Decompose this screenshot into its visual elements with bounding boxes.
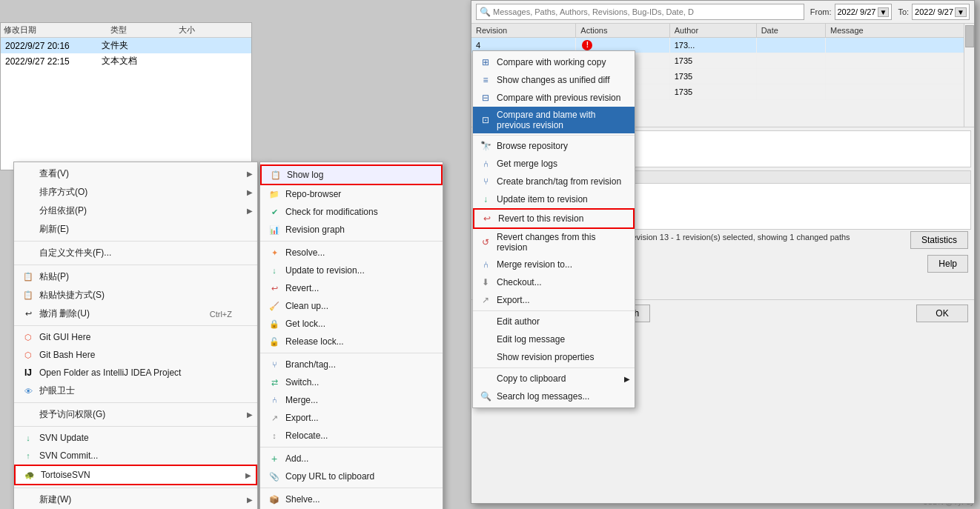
to-label: To: [898, 7, 909, 16]
ctx-git-bash[interactable]: ⬡ Git Bash Here [14, 346, 257, 364]
log-ctx-blame[interactable]: ⊡ Compare and blame with previous revisi… [473, 107, 635, 133]
col-size-header: 大小 [179, 24, 195, 36]
ctx-refresh[interactable]: 刷新(E) [14, 220, 257, 239]
log-table-header-row: Revision Actions Author Date Message [471, 24, 974, 38]
ctx-eye-guard[interactable]: 👁 护眼卫士 [14, 382, 257, 400]
search-icon: 🔍 [480, 7, 491, 17]
log-ctx-search-logs[interactable]: 🔍 Search log messages... [473, 387, 635, 405]
repo-browser-icon: 📁 [268, 188, 281, 200]
sep6 [14, 488, 257, 488]
log-ctx-edit-log[interactable]: Edit log message [473, 330, 635, 348]
undo-icon: ↩ [21, 308, 35, 320]
message-cell [826, 69, 974, 84]
log-ctx-merge-logs[interactable]: ⑃ Get merge logs [473, 155, 635, 173]
svn-switch[interactable]: ⇄ Switch... [260, 373, 443, 391]
merge-icon: ⑃ [268, 394, 281, 406]
cleanup-icon: 🧹 [268, 300, 281, 312]
ctx-group[interactable]: 分组依据(P) ▶ [14, 202, 257, 220]
log-ctx-browse-repo[interactable]: 🔭 Browse repository [473, 137, 635, 155]
to-date-box[interactable]: 2022/ 9/27 ▼ [912, 4, 970, 20]
svn-resolve[interactable]: ✦ Resolve... [260, 244, 443, 262]
message-cell [826, 84, 974, 100]
svn-relocate[interactable]: ↕ Relocate... [260, 427, 443, 445]
svn-get-lock[interactable]: 🔒 Get lock... [260, 315, 443, 333]
file-row-2[interactable]: 2022/9/27 22:15 文本文档 [1, 53, 251, 69]
col-revision-header: Revision [471, 24, 576, 38]
search-input[interactable] [493, 7, 801, 16]
ctx-access[interactable]: 授予访问权限(G) ▶ [14, 405, 257, 424]
svn-add[interactable]: + Add... [260, 450, 443, 468]
from-calendar-button[interactable]: ▼ [878, 7, 890, 17]
ctx-intellij[interactable]: IJ Open Folder as IntelliJ IDEA Project [14, 364, 257, 382]
from-date-value: 2022/ 9/27 [838, 7, 876, 16]
ctx-customize[interactable]: 自定义文件夹(F)... [14, 244, 257, 262]
sep4 [14, 402, 257, 403]
svn-merge[interactable]: ⑃ Merge... [260, 391, 443, 409]
svn-clean-up[interactable]: 🧹 Clean up... [260, 297, 443, 315]
log-ctx-revert-changes[interactable]: ↺ Revert changes from this revision [473, 229, 635, 256]
log-ctx-export[interactable]: ↗ Export... [473, 291, 635, 309]
svn-export[interactable]: ↗ Export... [260, 409, 443, 427]
ctx-git-gui[interactable]: ⬡ Git GUI Here [14, 328, 257, 346]
log-ctx-edit-author[interactable]: Edit author [473, 313, 635, 330]
col-message-header: Message [826, 24, 974, 38]
log-ctx-sep3 [473, 367, 635, 368]
merge-rev-icon: ⑃ [479, 259, 492, 270]
sort-icon [21, 187, 35, 199]
log-ctx-merge-revision[interactable]: ⑃ Merge revision to... [473, 256, 635, 273]
ctx-paste-shortcut[interactable]: 📋 粘贴快捷方式(S) [14, 286, 257, 305]
ctx-sort[interactable]: 排序方式(O) ▶ [14, 183, 257, 202]
svn-show-log[interactable]: 📋 Show log [260, 164, 443, 185]
ctx-svn-commit[interactable]: ↑ SVN Commit... [14, 447, 257, 465]
rev-props-icon [479, 351, 492, 363]
ctx-svn-update[interactable]: ↓ SVN Update [14, 429, 257, 447]
svn-revert[interactable]: ↩ Revert... [260, 279, 443, 297]
log-ctx-copy-clipboard[interactable]: Copy to clipboard ▶ [473, 370, 635, 387]
log-ctx-create-branch[interactable]: ⑂ Create branch/tag from revision [473, 173, 635, 190]
statistics-button[interactable]: Statistics [910, 231, 968, 249]
log-search-box[interactable]: 🔍 [476, 4, 804, 20]
new-arrow: ▶ [247, 496, 253, 504]
export-rev-icon: ↗ [479, 294, 492, 306]
intellij-icon: IJ [21, 367, 35, 379]
ctx-undo[interactable]: ↩ 撤消 删除(U) Ctrl+Z [14, 305, 257, 323]
svn-shelve[interactable]: 📦 Shelve... [260, 490, 443, 508]
compare-working-icon: ⊞ [479, 56, 492, 68]
svn-copy-url[interactable]: 📎 Copy URL to clipboard [260, 468, 443, 485]
blame-icon: ⊡ [479, 114, 492, 126]
file-row-1[interactable]: 2022/9/27 20:16 文件夹 [1, 38, 251, 53]
log-ctx-unified-diff[interactable]: ≡ Show changes as unified diff [473, 71, 635, 89]
copy-sub-arrow: ▶ [624, 375, 630, 383]
svn-repo-browser[interactable]: 📁 Repo-browser [260, 185, 443, 203]
col-author-header: Author [669, 24, 756, 38]
date-cell [756, 38, 825, 53]
svn-branch-tag[interactable]: ⑂ Branch/tag... [260, 356, 443, 373]
group-icon [21, 205, 35, 217]
log-ctx-update-item[interactable]: ↓ Update item to revision [473, 190, 635, 208]
log-ctx-compare-working[interactable]: ⊞ Compare with working copy [473, 53, 635, 71]
branch-icon: ⑂ [268, 359, 281, 370]
customize-icon [21, 247, 35, 259]
col-date-header: Date [756, 24, 825, 38]
svn-check-modifications[interactable]: ✔ Check for modifications [260, 203, 443, 221]
edit-author-icon [479, 316, 492, 327]
log-ctx-revert-revision[interactable]: ↩ Revert to this revision [473, 208, 635, 229]
ctx-new[interactable]: 新建(W) ▶ [14, 490, 257, 509]
undo-shortcut: Ctrl+Z [210, 310, 245, 319]
svn-release-lock[interactable]: 🔓 Release lock... [260, 333, 443, 350]
ctx-view[interactable]: 查看(V) ▶ [14, 164, 257, 183]
to-calendar-button[interactable]: ▼ [955, 7, 967, 17]
log-ctx-compare-previous[interactable]: ⊟ Compare with previous revision [473, 89, 635, 107]
show-log-icon: 📋 [269, 169, 282, 181]
from-date-box[interactable]: 2022/ 9/27 ▼ [835, 4, 893, 20]
log-table-scrollbar[interactable] [964, 24, 974, 127]
log-ctx-show-rev-props[interactable]: Show revision properties [473, 348, 635, 366]
svn-update-revision[interactable]: ↓ Update to revision... [260, 262, 443, 279]
help-button[interactable]: Help [927, 255, 968, 273]
ctx-tortoisesvn[interactable]: 🐢 TortoiseSVN ▶ [14, 465, 257, 485]
log-ctx-checkout[interactable]: ⬇ Checkout... [473, 273, 635, 291]
ok-button[interactable]: OK [916, 305, 968, 322]
svn-revision-graph[interactable]: 📊 Revision graph [260, 221, 443, 239]
ctx-paste[interactable]: 📋 粘贴(P) [14, 267, 257, 286]
paste-icon: 📋 [21, 271, 35, 283]
